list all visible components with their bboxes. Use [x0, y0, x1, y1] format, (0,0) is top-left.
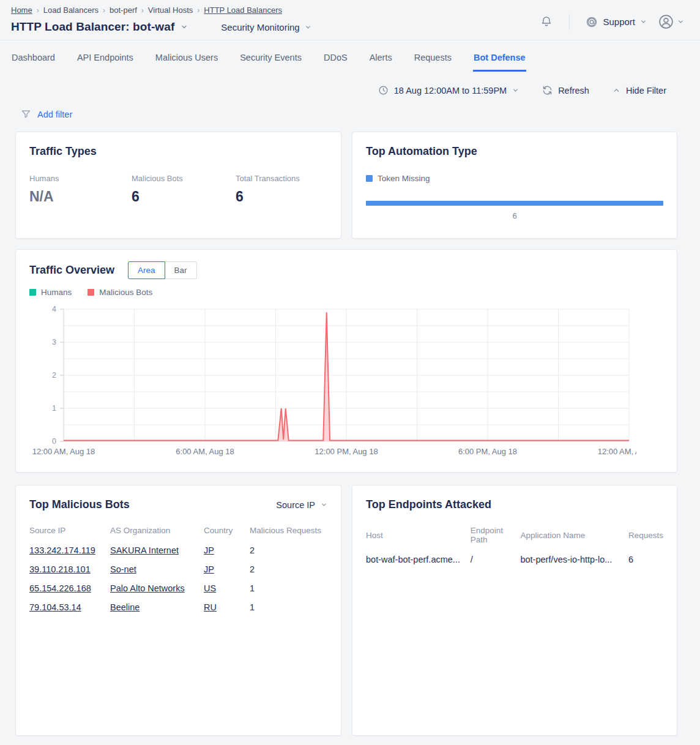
top-automation-title: Top Automation Type [366, 145, 663, 158]
cell-requests: 1 [250, 598, 327, 617]
support-at-icon [586, 16, 598, 28]
country-link[interactable]: JP [204, 564, 214, 574]
source_ip-link[interactable]: 79.104.53.14 [29, 602, 81, 612]
legend-swatch [88, 289, 94, 296]
stat-label: Total Transactions [236, 174, 300, 183]
breadcrumb-separator: › [103, 6, 105, 15]
breadcrumb: Home›Load Balancers›bot-perf›Virtual Hos… [11, 5, 311, 15]
source_ip-link[interactable]: 133.242.174.119 [29, 545, 95, 555]
breadcrumb-item[interactable]: Home [11, 6, 32, 15]
cell-source_ip: 65.154.226.168 [29, 579, 110, 598]
bell-icon[interactable] [540, 15, 553, 29]
traffic-overview-legend: HumansMalicious Bots [29, 288, 663, 297]
clock-icon [378, 85, 389, 95]
breadcrumb-separator: › [37, 6, 39, 15]
as_org-link[interactable]: Palo Alto Networks [110, 583, 185, 593]
cell-country: JP [204, 541, 250, 560]
add-filter-label: Add filter [37, 110, 72, 119]
divider [569, 14, 570, 30]
automation-bar[interactable] [366, 201, 663, 206]
table-row: 133.242.174.119SAKURA InternetJP2 [29, 541, 327, 560]
top-malicious-bots-title: Top Malicious Bots [29, 498, 130, 511]
top-bar: Home›Load Balancers›bot-perf›Virtual Hos… [0, 0, 700, 40]
cell-endpoint_path: / [471, 550, 521, 569]
tab-dashboard[interactable]: Dashboard [11, 42, 56, 72]
column-header: Malicious Requests [250, 522, 327, 541]
stat-humans: HumansN/A [29, 174, 132, 205]
svg-text:3: 3 [52, 338, 56, 346]
automation-legend-item: Token Missing [366, 174, 430, 183]
cell-country: US [204, 579, 250, 598]
column-header: Requests [628, 522, 663, 550]
hide-filter-button[interactable]: Hide Filter [612, 86, 666, 95]
country-link[interactable]: RU [204, 602, 217, 612]
stat-total-transactions: Total Transactions6 [236, 174, 300, 205]
filter-bar: 18 Aug 12:00AM to 11:59PM Refresh Hide F… [0, 85, 666, 95]
svg-text:12:00 AM, Aug 19: 12:00 AM, Aug 19 [598, 447, 636, 456]
stat-malicious-bots: Malicious Bots6 [132, 174, 236, 205]
chevron-down-icon [640, 18, 647, 25]
top-automation-card: Top Automation Type Token Missing 6 [352, 132, 677, 239]
breadcrumb-item[interactable]: HTTP Load Balancers [204, 6, 282, 15]
column-header: AS Organization [110, 522, 204, 541]
traffic-types-card: Traffic Types HumansN/AMalicious Bots6To… [15, 132, 341, 239]
legend-swatch [29, 289, 36, 296]
cell-requests: 1 [250, 579, 327, 598]
stat-label: Malicious Bots [132, 174, 236, 183]
country-link[interactable]: JP [204, 545, 214, 555]
date-range-picker[interactable]: 18 Aug 12:00AM to 11:59PM [378, 85, 519, 95]
as_org-link[interactable]: Beeline [110, 602, 140, 612]
top-endpoints-card: Top Endpoints Attacked HostEndpoint Path… [352, 485, 677, 736]
refresh-button[interactable]: Refresh [542, 85, 589, 95]
tab-bot-defense[interactable]: Bot Defense [473, 42, 526, 72]
breadcrumb-separator: › [197, 6, 199, 15]
refresh-label: Refresh [558, 86, 589, 95]
as_org-link[interactable]: So-net [110, 564, 136, 574]
legend-label: Malicious Bots [99, 288, 152, 297]
tab-ddos[interactable]: DDoS [323, 42, 348, 72]
table-row: 79.104.53.14BeelineRU1 [29, 598, 327, 617]
traffic-types-stats: HumansN/AMalicious Bots6Total Transactio… [29, 174, 327, 205]
tab-malicious-users[interactable]: Malicious Users [155, 42, 218, 72]
tab-requests[interactable]: Requests [414, 42, 452, 72]
add-filter-button[interactable]: Add filter [21, 109, 72, 119]
support-label: Support [603, 17, 635, 27]
account-menu[interactable] [658, 13, 684, 30]
support-menu[interactable]: Support [586, 16, 647, 28]
mode-select[interactable]: Security Monitoring [221, 22, 311, 32]
tab-alerts[interactable]: Alerts [369, 42, 393, 72]
traffic-overview-card: Traffic Overview AreaBar HumansMalicious… [15, 249, 677, 473]
cell-host: bot-waf-bot-perf.acme... [366, 550, 471, 569]
group-by-value: Source IP [276, 500, 315, 510]
cell-as_org: SAKURA Internet [110, 541, 204, 560]
toggle-bar[interactable]: Bar [165, 261, 197, 279]
country-link[interactable]: US [204, 583, 216, 593]
table-row: bot-waf-bot-perf.acme.../bot-perf/ves-io… [366, 550, 663, 569]
stat-label: Humans [29, 174, 132, 183]
cell-country: RU [204, 598, 250, 617]
tab-api-endpoints[interactable]: API Endpoints [76, 42, 134, 72]
stat-value: N/A [29, 189, 132, 205]
tab-security-events[interactable]: Security Events [239, 42, 302, 72]
source_ip-link[interactable]: 39.110.218.101 [29, 564, 91, 574]
toggle-area[interactable]: Area [128, 261, 165, 279]
chevron-down-icon [321, 501, 327, 508]
as_org-link[interactable]: SAKURA Internet [110, 545, 179, 555]
breadcrumb-item: bot-perf [110, 6, 137, 15]
endpoints-table: HostEndpoint PathApplication NameRequest… [366, 522, 663, 569]
header-divider [0, 40, 700, 40]
chevron-down-icon [305, 24, 311, 31]
legend-malicious-bots: Malicious Bots [88, 288, 152, 297]
chevron-up-icon [612, 86, 620, 94]
column-header: Source IP [29, 522, 110, 541]
page-title: HTTP Load Balancer: bot-waf [11, 20, 174, 34]
top-endpoints-title: Top Endpoints Attacked [366, 498, 663, 511]
svg-text:6:00 AM, Aug 18: 6:00 AM, Aug 18 [176, 447, 234, 456]
hide-filter-label: Hide Filter [626, 86, 666, 95]
breadcrumb-separator: › [141, 6, 144, 15]
svg-text:4: 4 [52, 305, 56, 313]
chevron-down-icon [677, 18, 684, 25]
chevron-down-icon[interactable] [181, 23, 188, 31]
group-by-select[interactable]: Source IP [276, 500, 327, 510]
source_ip-link[interactable]: 65.154.226.168 [29, 583, 91, 593]
